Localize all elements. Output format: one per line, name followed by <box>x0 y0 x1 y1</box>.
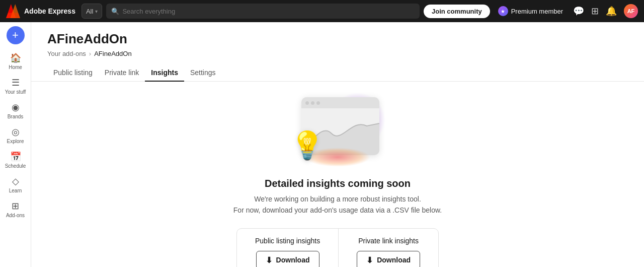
filter-select[interactable]: All ▾ <box>82 4 102 19</box>
sidebar-item-learn[interactable]: ◇ Learn <box>2 173 29 196</box>
public-listing-download: Public listing insights ⬇ Download <box>237 229 339 267</box>
sidebar-item-label: Add-ons <box>6 213 25 218</box>
schedule-icon: 📅 <box>10 151 21 162</box>
breadcrumb-current: AFineAddOn <box>94 50 131 57</box>
join-community-button[interactable]: Join community <box>424 5 490 18</box>
bell-icon[interactable]: 🔔 <box>606 6 617 17</box>
breadcrumb-parent[interactable]: Your add-ons <box>47 50 86 57</box>
breadcrumb-separator: › <box>89 50 91 57</box>
tab-private-link[interactable]: Private link <box>99 64 145 82</box>
tab-public-listing[interactable]: Public listing <box>47 64 99 82</box>
insights-description-1: We're working on building a more robust … <box>254 193 421 205</box>
sidebar-item-explore[interactable]: ◎ Explore <box>2 123 29 147</box>
search-input[interactable] <box>122 8 415 15</box>
search-icon: 🔍 <box>111 8 119 15</box>
tab-settings[interactable]: Settings <box>184 64 222 82</box>
download-section: Public listing insights ⬇ Download Priva… <box>236 228 439 267</box>
avatar[interactable]: AF <box>624 4 638 18</box>
window-dot-1 <box>305 101 309 105</box>
window-dot-3 <box>316 101 320 105</box>
lightbulb-icon: 💡 <box>290 131 324 159</box>
adobe-logo[interactable] <box>6 4 20 18</box>
insights-content: 💡 Detailed insights coming soon We're wo… <box>31 82 644 267</box>
sidebar-item-label: Explore <box>7 139 24 144</box>
add-ons-icon: ⊞ <box>12 201 19 212</box>
download-icon: ⬇ <box>366 255 373 265</box>
sidebar-item-label: Home <box>9 64 22 70</box>
grid-icon[interactable]: ⊞ <box>591 6 599 17</box>
premium-label: Premium member <box>511 8 563 15</box>
sidebar-item-label: Learn <box>9 188 22 193</box>
sidebar: + 🏠 Home ☰ Your stuff ◉ Brands ◎ Explore… <box>0 22 31 267</box>
grid-list-icon: ☰ <box>12 77 20 88</box>
filter-label: All <box>86 8 93 15</box>
add-button[interactable]: + <box>7 26 25 44</box>
insights-description-2: For now, download your add-on's usage da… <box>233 205 442 216</box>
public-download-label: Download <box>276 256 310 264</box>
svg-marker-2 <box>6 13 20 19</box>
premium-icon: ★ <box>498 6 508 16</box>
browser-titlebar <box>301 97 379 108</box>
home-icon: 🏠 <box>10 52 21 63</box>
private-link-download: Private link insights ⬇ Download <box>339 229 438 267</box>
page-title: AFineAddOn <box>47 31 628 47</box>
search-bar: 🔍 <box>106 4 420 19</box>
chevron-down-icon: ▾ <box>95 9 98 14</box>
insights-title: Detailed insights coming soon <box>265 178 411 189</box>
explore-icon: ◎ <box>12 126 20 138</box>
public-listing-label: Public listing insights <box>255 237 320 245</box>
private-download-label: Download <box>377 256 411 264</box>
learn-icon: ◇ <box>12 176 19 187</box>
insights-illustration: 💡 <box>282 90 393 168</box>
top-nav: Adobe Express All ▾ 🔍 Join community ★ P… <box>0 0 644 22</box>
sidebar-item-add-ons[interactable]: ⊞ Add-ons <box>2 197 29 221</box>
breadcrumb: Your add-ons › AFineAddOn <box>47 50 628 57</box>
tab-insights[interactable]: Insights <box>145 64 184 82</box>
sidebar-item-label: Schedule <box>5 163 26 169</box>
app-name: Adobe Express <box>24 7 75 15</box>
content-area: AFineAddOn Your add-ons › AFineAddOn Pub… <box>31 22 644 267</box>
sidebar-item-home[interactable]: 🏠 Home <box>2 49 29 73</box>
public-listing-download-button[interactable]: ⬇ Download <box>256 251 319 267</box>
private-link-download-button[interactable]: ⬇ Download <box>357 251 420 267</box>
sidebar-item-brands[interactable]: ◉ Brands <box>2 99 29 122</box>
sidebar-item-label: Brands <box>8 114 24 119</box>
sidebar-item-schedule[interactable]: 📅 Schedule <box>2 148 29 172</box>
tabs: Public listing Private link Insights Set… <box>31 64 644 82</box>
window-dot-2 <box>311 101 314 105</box>
sidebar-item-label: Your stuff <box>5 89 26 95</box>
private-link-label: Private link insights <box>358 237 419 245</box>
sidebar-item-your-stuff[interactable]: ☰ Your stuff <box>2 74 29 98</box>
download-icon: ⬇ <box>266 255 272 265</box>
premium-member-button[interactable]: ★ Premium member <box>494 4 567 18</box>
page-header: AFineAddOn Your add-ons › AFineAddOn <box>31 22 644 64</box>
chat-icon[interactable]: 💬 <box>573 6 584 17</box>
nav-icons: 💬 ⊞ 🔔 AF <box>573 4 638 18</box>
brands-icon: ◉ <box>12 102 20 113</box>
